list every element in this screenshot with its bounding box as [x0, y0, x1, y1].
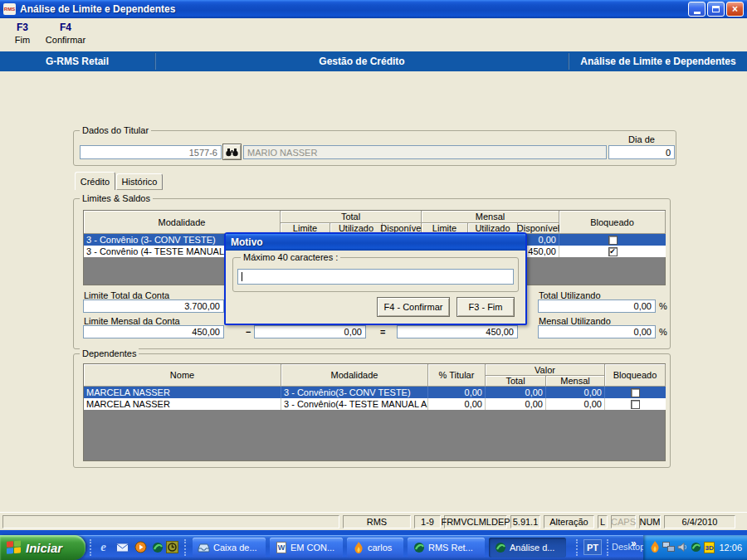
- minus-sign: −: [246, 327, 251, 337]
- motivo-dialog: Motivo Máximo 40 caracteres : F4 - Confi…: [224, 232, 527, 325]
- window-title: Análise de Limite e Dependentes: [20, 3, 175, 15]
- status-version: 5.91.1: [510, 515, 540, 528]
- taskbar-item-em-con[interactable]: W EM CON...: [270, 538, 343, 558]
- inbox-icon: [198, 542, 210, 553]
- scheduler-icon[interactable]: [165, 540, 179, 554]
- confirmar-label: Confirmar: [40, 35, 91, 45]
- system-tray: 3D 12:06: [643, 535, 747, 560]
- toolbar-grip[interactable]: [607, 539, 609, 556]
- dependente-nome[interactable]: MARCELA NASSER: [84, 398, 281, 410]
- dependente-titular[interactable]: 0,00: [428, 398, 486, 410]
- motivo-input-group-label: Máximo 40 caracteres :: [241, 252, 340, 262]
- rms-icon: [413, 542, 425, 553]
- total-utilizando-field[interactable]: 0,00: [538, 299, 656, 313]
- flame-tray-icon[interactable]: [650, 541, 660, 554]
- dependente-valor-mensal[interactable]: 0,00: [546, 387, 605, 398]
- mensal-utilizando-field[interactable]: 0,00: [538, 325, 656, 338]
- toolbar-grip[interactable]: [90, 539, 92, 556]
- dependentes-group-label: Dependentes: [80, 348, 139, 358]
- status-l-indicator: L: [598, 515, 608, 528]
- dependente-valor-mensal[interactable]: 0,00: [546, 398, 605, 410]
- motivo-dialog-title: Motivo: [231, 236, 263, 248]
- search-titular-button[interactable]: [222, 144, 242, 160]
- language-indicator[interactable]: PT: [583, 539, 602, 555]
- codec-3d-icon[interactable]: 3D: [704, 542, 715, 553]
- media-player-icon[interactable]: [134, 540, 148, 554]
- motivo-dialog-titlebar[interactable]: Motivo: [226, 234, 525, 251]
- taskbar-item-label: RMS Ret...: [428, 543, 473, 553]
- network-icon[interactable]: [662, 542, 675, 554]
- dependentes-colgroup-valor: Valor: [486, 364, 605, 376]
- dependentes-col-nome: Nome: [84, 364, 281, 387]
- taskbar-item-caixa[interactable]: Caixa de...: [193, 538, 266, 558]
- limites-group-label: Limites & Saldos: [80, 193, 153, 203]
- fim-button[interactable]: F3 - Fim: [456, 297, 515, 317]
- dependente-bloqueado-cell: [605, 387, 666, 398]
- dependente-modalidade[interactable]: 3 - Convênio(3- CONV TESTE): [281, 387, 428, 398]
- bloqueado-checkbox[interactable]: ✔: [608, 247, 618, 256]
- f4-key-label: F4: [40, 22, 91, 33]
- limite-total-field[interactable]: 3.700,00: [83, 299, 224, 313]
- flame-icon: [352, 542, 364, 553]
- toolbar-button-confirmar[interactable]: F4 Confirmar: [40, 22, 91, 48]
- desktop-toolbar-label[interactable]: Desktop: [612, 542, 645, 552]
- close-icon: ×: [732, 4, 738, 14]
- restore-icon: [712, 6, 720, 12]
- confirmar-button[interactable]: F4 - Confirmar: [377, 297, 450, 317]
- svg-text:W: W: [277, 543, 285, 552]
- dependente-nome[interactable]: MARCELA NASSER: [84, 387, 281, 398]
- status-date: 6/4/2010: [664, 515, 735, 528]
- bloqueado-checkbox[interactable]: [631, 388, 640, 397]
- limites-col-modalidade: Modalidade: [84, 211, 281, 234]
- header-band: G-RMS Retail Gestão de Crédito Análise d…: [0, 51, 747, 71]
- titular-group-label: Dados do Titular: [80, 125, 151, 135]
- chevron-expand-icon[interactable]: »: [631, 538, 637, 549]
- status-app: RMS: [343, 515, 411, 528]
- dependentes-col-titular: % Titular: [428, 364, 486, 387]
- dependente-titular[interactable]: 0,00: [428, 387, 486, 398]
- mensal-disponivel-field[interactable]: 450,00: [397, 325, 518, 338]
- start-button-label: Iniciar: [26, 541, 62, 555]
- minimize-button[interactable]: [688, 2, 706, 17]
- binoculars-icon: [226, 148, 238, 157]
- minimize-icon: [694, 12, 701, 14]
- limites-col-bloqueado: Bloqueado: [559, 211, 666, 234]
- motivo-text-input[interactable]: [237, 269, 514, 285]
- fim-label: Fim: [7, 35, 38, 45]
- restore-button[interactable]: [707, 2, 725, 17]
- taskbar-clock[interactable]: 12:06: [719, 543, 742, 553]
- window-titlebar[interactable]: RMS Análise de Limite e Dependentes ×: [0, 0, 747, 18]
- taskbar-item-carlos[interactable]: carlos: [347, 538, 403, 558]
- mail-icon[interactable]: [115, 540, 129, 554]
- ie-icon[interactable]: e: [96, 540, 110, 554]
- toolbar-grip[interactable]: [184, 539, 187, 556]
- limites-row-bloqueado-cell: ✔: [559, 246, 666, 257]
- bloqueado-checkbox[interactable]: [608, 236, 618, 245]
- volume-icon[interactable]: [677, 542, 688, 554]
- limites-colgroup-mensal: Mensal: [422, 211, 559, 223]
- taskbar-item-analise-active[interactable]: Análise d...: [489, 538, 566, 558]
- tab-historico[interactable]: Histórico: [116, 173, 163, 190]
- taskbar-item-rms-retail[interactable]: RMS Ret...: [408, 538, 485, 558]
- due-day-field[interactable]: 0: [608, 145, 675, 159]
- dependente-modalidade[interactable]: 3 - Convênio(4- TESTE MANUAL ABRIL': [281, 398, 428, 410]
- mensal-utilizado-field[interactable]: 0,00: [254, 325, 366, 338]
- bloqueado-checkbox[interactable]: [631, 400, 640, 409]
- status-mode: Alteração: [544, 515, 594, 528]
- start-button[interactable]: Iniciar: [0, 535, 85, 560]
- taskbar-item-label: Caixa de...: [213, 543, 257, 553]
- tab-credito[interactable]: Crédito: [75, 172, 115, 190]
- text-cursor: [242, 272, 242, 281]
- rms-tray-icon[interactable]: [691, 542, 701, 554]
- dependentes-table-row[interactable]: MARCELA NASSER 3 - Convênio(4- TESTE MAN…: [84, 398, 666, 410]
- titular-code-field[interactable]: 1577-6: [80, 145, 222, 159]
- dependente-valor-total[interactable]: 0,00: [486, 398, 546, 410]
- limite-mensal-field[interactable]: 450,00: [83, 325, 224, 338]
- dependentes-table-row[interactable]: MARCELA NASSER 3 - Convênio(3- CONV TEST…: [84, 387, 666, 398]
- toolbar-button-fim[interactable]: F3 Fim: [7, 22, 38, 48]
- f3-key-label: F3: [7, 22, 38, 33]
- close-button[interactable]: ×: [726, 2, 744, 17]
- dependente-valor-total[interactable]: 0,00: [486, 387, 546, 398]
- rms-icon[interactable]: [150, 540, 164, 554]
- toolbar-grip[interactable]: [576, 539, 579, 556]
